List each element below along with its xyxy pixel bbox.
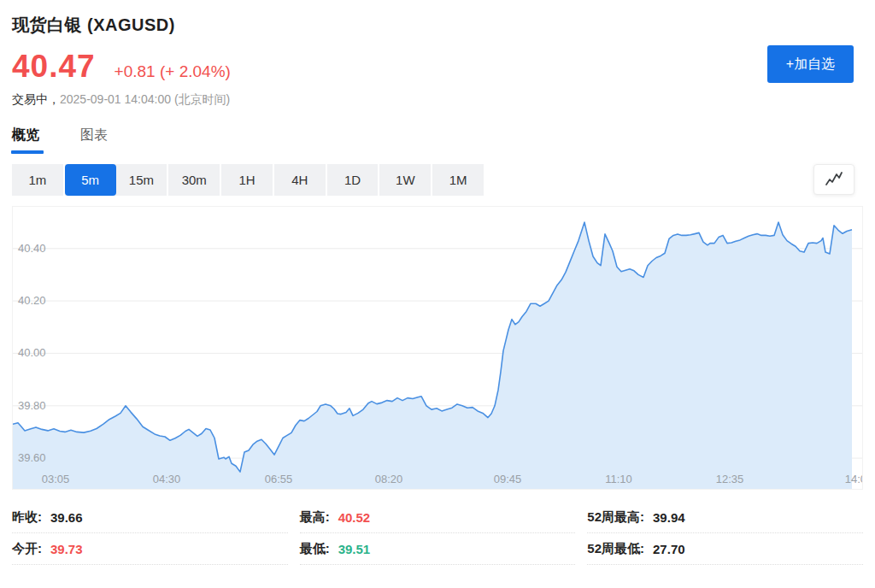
stat-low: 最低: 39.51 [300,533,576,565]
x-axis-label: 14:00 [845,473,863,485]
x-axis-label: 12:35 [716,473,744,485]
instrument-title: 现货白银 (XAGUSD) [12,14,854,37]
stats-column-1: 昨收: 39.66 今开: 39.73 [12,502,288,565]
y-axis-label: 39.80 [18,399,46,413]
timeframe-1d[interactable]: 1D [327,164,380,196]
price-row: 40.47 +0.81 (+ 2.04%) [12,50,854,82]
x-axis-label: 09:45 [494,473,522,485]
stat-value: 40.52 [338,510,371,525]
timeframe-5m[interactable]: 5m [65,164,116,196]
timeframe-1w[interactable]: 1W [379,164,432,196]
timezone-label: (北京时间) [174,92,230,106]
timeframe-15m[interactable]: 15m [116,164,169,196]
tab-overview[interactable]: 概览 [12,126,39,154]
stat-value: 39.51 [338,542,371,556]
line-chart-icon [824,172,844,187]
stat-open: 今开: 39.73 [12,533,288,565]
add-watchlist-button[interactable]: +加自选 [767,45,854,83]
x-axis-label: 11:10 [605,473,632,485]
timeframe-30m[interactable]: 30m [168,164,221,196]
tab-chart[interactable]: 图表 [80,126,108,154]
stat-label: 52周最高: [587,509,644,526]
y-axis-label: 39.60 [18,451,46,465]
quote-timestamp: 2025-09-01 14:04:00 [60,92,171,106]
x-axis-label: 03:05 [42,473,70,485]
timeframe-1h[interactable]: 1H [221,164,274,196]
stats-column-3: 52周最高: 39.94 52周最低: 27.70 [587,502,863,565]
stat-label: 52周最低: [587,541,644,557]
stat-label: 今开: [12,541,42,557]
tab-overview-label: 概览 [12,127,39,142]
x-axis-label: 08:20 [375,473,403,485]
stat-high: 最高: 40.52 [300,502,576,533]
stat-label: 最高: [300,509,330,526]
price-change: +0.81 (+ 2.04%) [115,62,231,81]
x-axis-label: 04:30 [153,473,181,485]
price-chart[interactable]: 40.4040.2040.0039.8039.6003:0504:3006:55… [12,206,863,490]
stat-label: 最低: [300,541,330,557]
trading-status-row: 交易中，2025-09-01 14:04:00 (北京时间) [12,92,854,108]
x-axis-label: 06:55 [265,473,293,485]
quote-header: 现货白银 (XAGUSD) 40.47 +0.81 (+ 2.04%) 交易中，… [0,0,875,108]
price-area-fill [13,222,852,489]
y-axis-label: 40.20 [18,294,46,308]
stat-value: 39.94 [653,510,685,525]
stat-value: 39.66 [50,510,83,525]
stat-label: 昨收: [12,509,42,526]
y-axis-label: 40.00 [18,346,46,360]
stat-value: 39.73 [50,542,83,556]
stats-column-2: 最高: 40.52 最低: 39.51 [300,502,576,565]
y-axis-label: 40.40 [18,242,46,256]
active-tab-underline [11,150,44,154]
timeframe-4h[interactable]: 4H [274,164,327,196]
quote-page: 现货白银 (XAGUSD) 40.47 +0.81 (+ 2.04%) 交易中，… [0,0,875,588]
timeframe-bar: 1m 5m 15m 30m 1H 4H 1D 1W 1M [12,164,484,196]
timeframe-1m[interactable]: 1m [12,164,65,196]
stats-section: 昨收: 39.66 今开: 39.73 最高: 40.52 最低: 39.51 … [12,502,863,565]
timeframe-1m-month[interactable]: 1M [432,164,484,196]
chart-canvas[interactable] [13,207,862,489]
tab-chart-label: 图表 [80,127,108,142]
last-price: 40.47 [12,50,96,82]
stat-prev-close: 昨收: 39.66 [12,502,288,533]
chart-toolbar: 1m 5m 15m 30m 1H 4H 1D 1W 1M [12,164,863,196]
stat-52w-high: 52周最高: 39.94 [587,502,863,533]
trading-status: 交易中， [12,92,60,106]
stat-value: 27.70 [653,542,685,556]
chart-type-button[interactable] [813,164,854,195]
stat-52w-low: 52周最低: 27.70 [587,533,863,565]
view-tabs: 概览 图表 [12,126,875,154]
